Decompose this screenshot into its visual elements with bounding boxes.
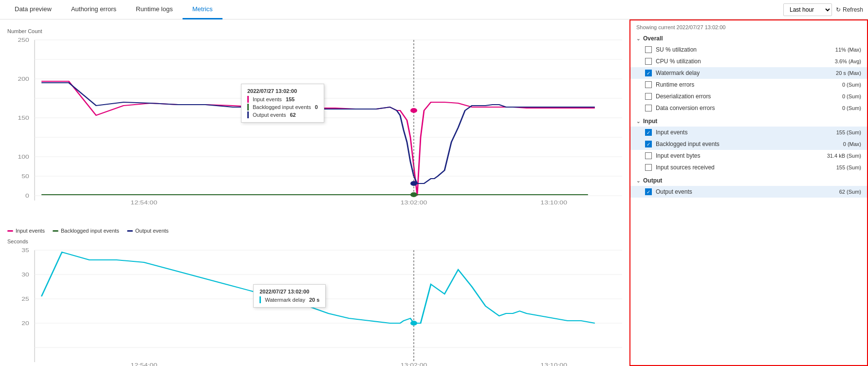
- legend-input-icon: [7, 230, 13, 232]
- backlogged-input-events-label: Backlogged input events: [656, 141, 839, 147]
- output-events-checkbox[interactable]: ✓: [645, 188, 652, 195]
- svg-text:150: 150: [18, 115, 30, 121]
- section-overall-header[interactable]: ⌄ Overall: [630, 33, 867, 44]
- input-events-label: Input events: [656, 129, 832, 136]
- chart1-tooltip: 2022/07/27 13:02:00 Input events 155 Bac…: [241, 84, 324, 123]
- metrics-panel: Showing current 2022/07/27 13:02:00 ⌄ Ov…: [629, 19, 868, 366]
- metric-deserialization-errors[interactable]: Deserialization errors 0 (Sum): [630, 91, 867, 102]
- chart2-tooltip: 2022/07/27 13:02:00 Watermark delay 20 s: [253, 284, 326, 308]
- tooltip2-watermark-val: 20 s: [309, 297, 319, 303]
- deserialization-errors-checkbox[interactable]: [645, 93, 652, 100]
- chart1-ylabel: Number Count: [7, 28, 622, 34]
- tab-runtime-logs[interactable]: Runtime logs: [126, 0, 183, 19]
- tooltip1-backlog-val: 0: [315, 104, 318, 110]
- svg-text:13:02:00: 13:02:00: [401, 363, 427, 366]
- svg-text:250: 250: [18, 37, 30, 43]
- input-events-value: 155 (Sum): [836, 129, 861, 135]
- metric-data-conversion-errors[interactable]: Data conversion errors 0 (Sum): [630, 102, 867, 114]
- tooltip2-title: 2022/07/27 13:02:00: [259, 289, 319, 294]
- tooltip1-input-color: [247, 96, 249, 103]
- tab-metrics[interactable]: Metrics: [183, 0, 222, 19]
- svg-point-18: [410, 192, 417, 197]
- svg-text:13:02:00: 13:02:00: [401, 200, 427, 205]
- cpu-util-label: CPU % utilization: [656, 58, 831, 65]
- cpu-util-checkbox[interactable]: [645, 58, 652, 65]
- refresh-button[interactable]: ↻ Refresh: [836, 6, 863, 13]
- section-output-header[interactable]: ⌄ Output: [630, 175, 867, 186]
- metric-runtime-errors[interactable]: Runtime errors 0 (Sum): [630, 79, 867, 91]
- metric-output-events[interactable]: ✓ Output events 62 (Sum): [630, 186, 867, 198]
- tooltip1-input-val: 155: [286, 96, 295, 102]
- input-chevron-icon: ⌄: [636, 119, 640, 124]
- tooltip1-input-label: Input events: [253, 96, 282, 102]
- chart1-container: 250 200 150 100 50 0: [7, 35, 622, 225]
- metric-input-events[interactable]: ✓ Input events 155 (Sum): [630, 127, 867, 138]
- svg-text:35: 35: [21, 248, 29, 253]
- svg-text:25: 25: [21, 296, 29, 302]
- svg-text:12:54:00: 12:54:00: [130, 363, 157, 366]
- input-sources-received-label: Input sources received: [656, 164, 832, 171]
- input-event-bytes-checkbox[interactable]: [645, 152, 652, 159]
- tooltip1-backlog-label: Backlogged input events: [253, 104, 311, 110]
- tooltip1-output-color: [247, 111, 249, 118]
- legend-backlog: Backlogged input events: [53, 228, 119, 234]
- input-event-bytes-label: Input event bytes: [656, 152, 823, 159]
- metric-su-util[interactable]: SU % utilization 11% (Max): [630, 44, 867, 55]
- svg-text:50: 50: [21, 174, 29, 179]
- metric-input-event-bytes[interactable]: Input event bytes 31.4 kB (Sum): [630, 150, 867, 162]
- metric-backlogged-input-events[interactable]: ✓ Backlogged input events 0 (Max): [630, 138, 867, 150]
- top-right-controls: Last hour ↻ Refresh: [783, 3, 863, 16]
- metric-watermark-delay[interactable]: ✓ Watermark delay 20 s (Max): [630, 67, 867, 79]
- data-conversion-errors-label: Data conversion errors: [656, 105, 838, 111]
- data-conversion-errors-checkbox[interactable]: [645, 105, 652, 111]
- tab-list: Data preview Authoring errors Runtime lo…: [5, 0, 222, 19]
- section-overall: ⌄ Overall SU % utilization 11% (Max) CPU…: [630, 33, 867, 114]
- tooltip1-backlog-color: [247, 104, 249, 110]
- tooltip2-watermark-label: Watermark delay: [265, 297, 305, 303]
- runtime-errors-value: 0 (Sum): [842, 82, 861, 88]
- svg-text:20: 20: [21, 321, 29, 326]
- svg-point-17: [410, 108, 417, 113]
- input-events-checkbox[interactable]: ✓: [645, 129, 652, 136]
- tooltip1-title: 2022/07/27 13:02:00: [247, 88, 318, 94]
- tooltip1-output-label: Output events: [253, 112, 286, 118]
- chart2-ylabel: Seconds: [7, 238, 622, 244]
- charts-area: Number Count 250 200 150 100 50: [0, 19, 629, 366]
- section-output-label: Output: [643, 177, 662, 184]
- watermark-delay-checkbox[interactable]: ✓: [645, 70, 652, 76]
- input-sources-received-value: 155 (Sum): [836, 165, 861, 170]
- svg-text:100: 100: [18, 154, 30, 160]
- tab-data-preview[interactable]: Data preview: [5, 0, 61, 19]
- legend-output-icon: [127, 230, 133, 232]
- svg-text:13:10:00: 13:10:00: [540, 363, 567, 366]
- overall-chevron-icon: ⌄: [636, 36, 640, 41]
- output-events-label: Output events: [656, 188, 835, 195]
- cpu-util-value: 3.6% (Avg): [835, 58, 861, 64]
- runtime-errors-checkbox[interactable]: [645, 81, 652, 88]
- output-chevron-icon: ⌄: [636, 178, 640, 183]
- tab-authoring-errors[interactable]: Authoring errors: [61, 0, 126, 19]
- time-range-select[interactable]: Last hour: [783, 3, 832, 16]
- metric-input-sources-received[interactable]: Input sources received 155 (Sum): [630, 162, 867, 173]
- section-input-header[interactable]: ⌄ Input: [630, 116, 867, 127]
- metric-cpu-util[interactable]: CPU % utilization 3.6% (Avg): [630, 55, 867, 67]
- runtime-errors-label: Runtime errors: [656, 81, 838, 88]
- tooltip1-output-val: 62: [290, 112, 295, 118]
- svg-point-19: [410, 181, 417, 186]
- watermark-delay-value: 20 s (Max): [836, 70, 861, 76]
- su-util-checkbox[interactable]: [645, 46, 652, 53]
- legend-input-events: Input events: [7, 228, 45, 234]
- showing-text: Showing current 2022/07/27 13:02:00: [630, 24, 867, 33]
- su-util-value: 11% (Max): [835, 47, 861, 53]
- legend-input-label: Input events: [16, 228, 45, 234]
- input-event-bytes-value: 31.4 kB (Sum): [827, 153, 861, 159]
- legend-output-label: Output events: [135, 228, 169, 234]
- backlogged-input-events-value: 0 (Max): [843, 141, 861, 147]
- backlogged-input-events-checkbox[interactable]: ✓: [645, 141, 652, 147]
- svg-text:30: 30: [21, 272, 29, 277]
- input-sources-received-checkbox[interactable]: [645, 164, 652, 171]
- chart1-legend: Input events Backlogged input events Out…: [7, 228, 622, 234]
- deserialization-errors-value: 0 (Sum): [842, 93, 861, 99]
- section-input-label: Input: [643, 118, 657, 125]
- section-overall-label: Overall: [643, 35, 663, 42]
